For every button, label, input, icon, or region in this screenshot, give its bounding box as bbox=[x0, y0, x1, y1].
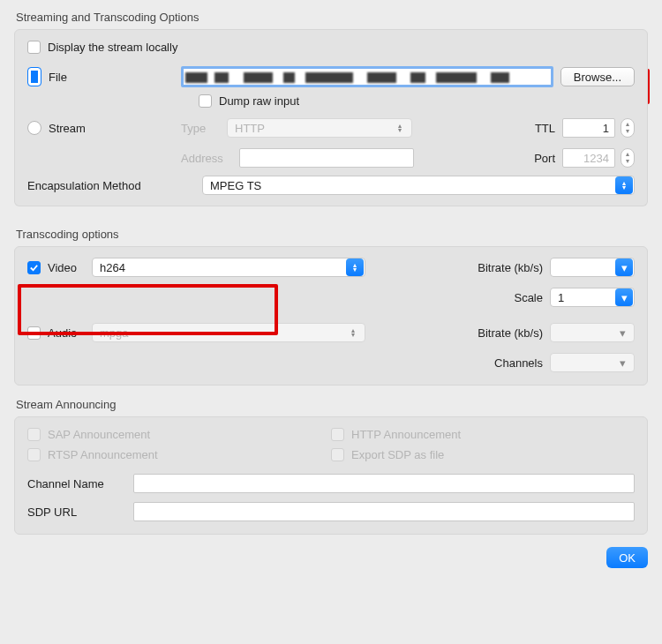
label-scale: Scale bbox=[514, 291, 543, 304]
label-encapsulation: Encapsulation Method bbox=[27, 179, 202, 192]
select-video-bitrate[interactable]: ▾ bbox=[550, 258, 635, 277]
checkbox-rtsp[interactable] bbox=[27, 448, 41, 461]
chevron-updown-icon: ▴▾ bbox=[392, 124, 408, 132]
checkbox-video[interactable] bbox=[27, 261, 41, 274]
panel-announcing: SAP Announcement HTTP Announcement RTSP … bbox=[14, 416, 648, 535]
label-channel-name: Channel Name bbox=[27, 477, 133, 490]
ok-button[interactable]: OK bbox=[606, 547, 648, 568]
section-announcing-title: Stream Announcing bbox=[16, 398, 648, 411]
input-port[interactable] bbox=[562, 148, 615, 168]
input-ttl[interactable] bbox=[562, 118, 615, 138]
select-audio-codec-value: mpga bbox=[100, 326, 129, 340]
stepper-ttl[interactable]: ▴▾ bbox=[621, 118, 635, 138]
checkbox-dump-raw[interactable] bbox=[199, 94, 212, 108]
chevron-updown-icon: ▴▾ bbox=[345, 328, 361, 337]
select-scale[interactable]: 1 ▾ bbox=[550, 288, 635, 307]
radio-stream[interactable] bbox=[27, 121, 41, 135]
input-channel-name[interactable] bbox=[133, 474, 635, 493]
select-type-value: HTTP bbox=[235, 122, 265, 135]
label-ttl: TTL bbox=[535, 122, 555, 135]
checkbox-display-locally[interactable] bbox=[27, 41, 41, 54]
chevron-updown-icon: ▴▾ bbox=[346, 258, 364, 276]
label-sdp: Export SDP as file bbox=[351, 448, 444, 461]
checkbox-sap[interactable] bbox=[27, 428, 41, 441]
select-video-codec-value: h264 bbox=[100, 261, 125, 274]
label-http-announce: HTTP Announcement bbox=[351, 428, 461, 441]
label-file: File bbox=[49, 71, 181, 84]
select-encapsulation-value: MPEG TS bbox=[210, 179, 261, 192]
browse-button[interactable]: Browse... bbox=[560, 67, 635, 86]
chevron-down-icon: ▾ bbox=[614, 356, 630, 370]
section-streaming-title: Streaming and Transcoding Options bbox=[16, 11, 648, 24]
checkbox-audio[interactable] bbox=[27, 326, 41, 340]
label-video-bitrate: Bitrate (kb/s) bbox=[478, 261, 543, 274]
stepper-port[interactable]: ▴▾ bbox=[621, 148, 635, 168]
chevron-down-icon: ▾ bbox=[615, 258, 633, 276]
label-sdp-url: SDP URL bbox=[27, 505, 133, 519]
select-type[interactable]: HTTP ▴▾ bbox=[227, 118, 412, 138]
label-stream: Stream bbox=[49, 122, 181, 135]
section-transcoding-title: Transcoding options bbox=[16, 228, 648, 241]
input-address[interactable] bbox=[239, 148, 414, 168]
file-path-input[interactable] bbox=[181, 66, 553, 87]
chevron-updown-icon: ▴▾ bbox=[615, 176, 633, 194]
label-display-locally: Display the stream locally bbox=[48, 41, 177, 54]
panel-transcoding: Video h264 ▴▾ Bitrate (kb/s) ▾ Scale 1 ▾ bbox=[14, 246, 648, 386]
label-address: Address bbox=[181, 152, 239, 165]
chevron-down-icon: ▾ bbox=[615, 288, 633, 306]
select-encapsulation[interactable]: MPEG TS ▴▾ bbox=[202, 176, 635, 195]
select-audio-bitrate[interactable]: ▾ bbox=[550, 323, 635, 342]
checkbox-http-announce[interactable] bbox=[331, 428, 344, 441]
panel-streaming: Display the stream locally File Browse..… bbox=[14, 29, 648, 186]
label-rtsp: RTSP Announcement bbox=[48, 448, 158, 461]
input-sdp-url[interactable] bbox=[133, 502, 635, 521]
label-dump-raw: Dump raw input bbox=[219, 94, 299, 108]
select-audio-codec[interactable]: mpga ▴▾ bbox=[92, 323, 365, 342]
checkbox-sdp[interactable] bbox=[331, 448, 344, 461]
label-audio: Audio bbox=[48, 326, 92, 340]
label-port: Port bbox=[534, 152, 555, 165]
select-video-codec[interactable]: h264 ▴▾ bbox=[92, 258, 365, 277]
select-channels[interactable]: ▾ bbox=[550, 353, 635, 372]
label-audio-bitrate: Bitrate (kb/s) bbox=[478, 326, 543, 340]
label-video: Video bbox=[48, 261, 92, 274]
select-scale-value: 1 bbox=[558, 291, 564, 304]
label-channels: Channels bbox=[494, 356, 543, 370]
label-type: Type bbox=[181, 122, 227, 135]
chevron-down-icon: ▾ bbox=[614, 326, 630, 340]
radio-file[interactable] bbox=[27, 67, 41, 86]
label-sap: SAP Announcement bbox=[48, 428, 150, 441]
